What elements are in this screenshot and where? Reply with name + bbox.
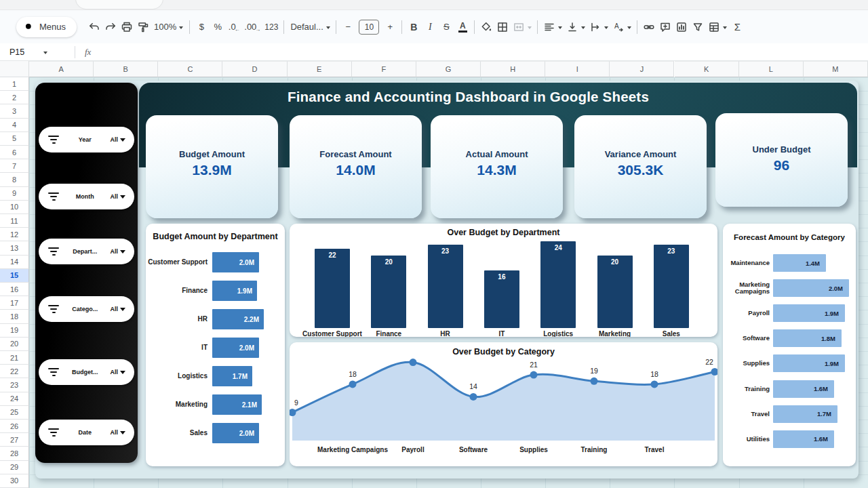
filter-label: Budget...: [60, 369, 110, 375]
sheets-toolbar: Menus 100% $ % .0← .00→ 123 Defaul... − …: [0, 10, 868, 43]
table-views-button[interactable]: [706, 18, 729, 36]
text-rotation-button[interactable]: A: [610, 18, 633, 36]
filter-slicer-budget[interactable]: Budget...All: [39, 359, 134, 385]
more-formats-button[interactable]: 123: [262, 18, 280, 36]
row-header-1[interactable]: 1: [0, 77, 29, 91]
row-header-8[interactable]: 8: [0, 173, 29, 186]
row-header-21[interactable]: 21: [0, 351, 29, 365]
row-header-25[interactable]: 25: [0, 406, 29, 420]
row-header-10[interactable]: 10: [0, 201, 29, 214]
row-header-13[interactable]: 13: [0, 241, 29, 255]
column-header-M[interactable]: M: [804, 61, 868, 77]
fill-color-button[interactable]: [478, 18, 494, 36]
filter-value[interactable]: All: [110, 428, 125, 437]
insert-comment-button[interactable]: [657, 18, 673, 36]
row-header-22[interactable]: 22: [0, 365, 29, 378]
increase-decimal-button[interactable]: .00→: [242, 18, 262, 36]
decrease-font-size-button[interactable]: −: [340, 18, 356, 36]
row-header-2[interactable]: 2: [0, 91, 29, 104]
row-header-30[interactable]: 30: [0, 474, 29, 488]
filter-value[interactable]: All: [110, 136, 125, 144]
zoom-control[interactable]: 100%: [151, 18, 186, 36]
filter-slicer-catego[interactable]: Catego...All: [39, 296, 134, 322]
merge-cells-button[interactable]: [511, 18, 534, 36]
row-header-18[interactable]: 18: [0, 310, 29, 323]
column-header-A[interactable]: A: [29, 61, 94, 77]
format-percent-button[interactable]: %: [210, 18, 226, 36]
filter-slicer-date[interactable]: DateAll: [39, 420, 134, 445]
column-header-G[interactable]: G: [416, 61, 481, 77]
row-header-29[interactable]: 29: [0, 461, 29, 474]
chart-forecast-by-category[interactable]: Forecast Amount by Category Maintenance1…: [723, 224, 856, 466]
row-header-26[interactable]: 26: [0, 420, 29, 433]
filter-value[interactable]: All: [110, 247, 125, 256]
chart-over-budget-by-department[interactable]: Over Budget by Department 22Customer Sup…: [290, 224, 717, 337]
vertical-align-button[interactable]: [564, 18, 587, 36]
row-header-9[interactable]: 9: [0, 187, 29, 201]
filter-slicer-year[interactable]: YearAll: [39, 127, 134, 152]
filter-value[interactable]: All: [110, 192, 125, 201]
row-header-24[interactable]: 24: [0, 392, 29, 406]
row-header-12[interactable]: 12: [0, 228, 29, 241]
column-header-D[interactable]: D: [222, 61, 287, 77]
font-size-input[interactable]: 10: [359, 20, 379, 35]
row-header-17[interactable]: 17: [0, 296, 29, 310]
decrease-decimal-button[interactable]: .0←: [226, 18, 242, 36]
insert-chart-button[interactable]: [673, 18, 690, 36]
row-header-20[interactable]: 20: [0, 338, 29, 351]
row-header-16[interactable]: 16: [0, 283, 29, 296]
kpi-value: 14.3M: [431, 162, 563, 178]
row-header-15[interactable]: 15: [0, 269, 29, 283]
bold-button[interactable]: B: [406, 18, 422, 36]
column-header-J[interactable]: J: [610, 61, 674, 77]
increase-font-size-button[interactable]: +: [382, 18, 398, 36]
column-header-B[interactable]: B: [94, 61, 158, 77]
row-header-23[interactable]: 23: [0, 378, 29, 392]
row-header-27[interactable]: 27: [0, 433, 29, 447]
row-header-11[interactable]: 11: [0, 214, 29, 228]
italic-button[interactable]: I: [422, 18, 438, 36]
toolbar-divider: [283, 20, 284, 34]
undo-button[interactable]: [86, 18, 102, 36]
filter-funnel-icon: [692, 21, 704, 33]
column-header-H[interactable]: H: [481, 61, 545, 77]
filter-slicer-depart[interactable]: Depart...All: [39, 239, 134, 264]
print-button[interactable]: [119, 18, 135, 36]
font-family-control[interactable]: Defaul...: [288, 18, 332, 36]
row-header-5[interactable]: 5: [0, 132, 29, 146]
column-header-K[interactable]: K: [675, 61, 739, 77]
create-filter-button[interactable]: [690, 18, 706, 36]
chart-budget-by-department[interactable]: Budget Amount by Department Customer Sup…: [146, 224, 285, 466]
name-box[interactable]: P15: [0, 47, 68, 57]
horizontal-align-button[interactable]: [541, 18, 564, 36]
column-header-F[interactable]: F: [352, 61, 416, 77]
bar: 2.0M: [773, 279, 849, 297]
borders-button[interactable]: [494, 18, 511, 36]
menus-search-button[interactable]: Menus: [16, 17, 77, 37]
select-all-corner[interactable]: [0, 61, 29, 77]
row-header-6[interactable]: 6: [0, 146, 29, 159]
row-header-7[interactable]: 7: [0, 159, 29, 173]
redo-button[interactable]: [102, 18, 119, 36]
row-header-19[interactable]: 19: [0, 324, 29, 338]
row-header-3[interactable]: 3: [0, 104, 29, 118]
row-header-14[interactable]: 14: [0, 256, 29, 269]
text-color-button[interactable]: A: [454, 18, 471, 36]
row-header-28[interactable]: 28: [0, 447, 29, 460]
text-wrap-button[interactable]: [587, 18, 610, 36]
functions-button[interactable]: Σ: [729, 18, 745, 36]
kpi-card-variance-amount: Variance Amount305.3K: [574, 115, 707, 218]
column-header-L[interactable]: L: [739, 61, 804, 77]
paint-format-button[interactable]: [135, 18, 151, 36]
row-header-4[interactable]: 4: [0, 119, 29, 132]
format-currency-button[interactable]: $: [193, 18, 210, 36]
filter-value[interactable]: All: [110, 305, 125, 314]
column-header-C[interactable]: C: [158, 61, 222, 77]
column-header-E[interactable]: E: [288, 61, 352, 77]
insert-link-button[interactable]: [641, 18, 657, 36]
column-header-I[interactable]: I: [545, 61, 610, 77]
chart-over-budget-by-category[interactable]: Over Budget by Category 9181421191822Mar…: [290, 342, 717, 466]
filter-value[interactable]: All: [110, 368, 125, 377]
strikethrough-button[interactable]: S: [438, 18, 454, 36]
filter-slicer-month[interactable]: MonthAll: [39, 184, 134, 209]
